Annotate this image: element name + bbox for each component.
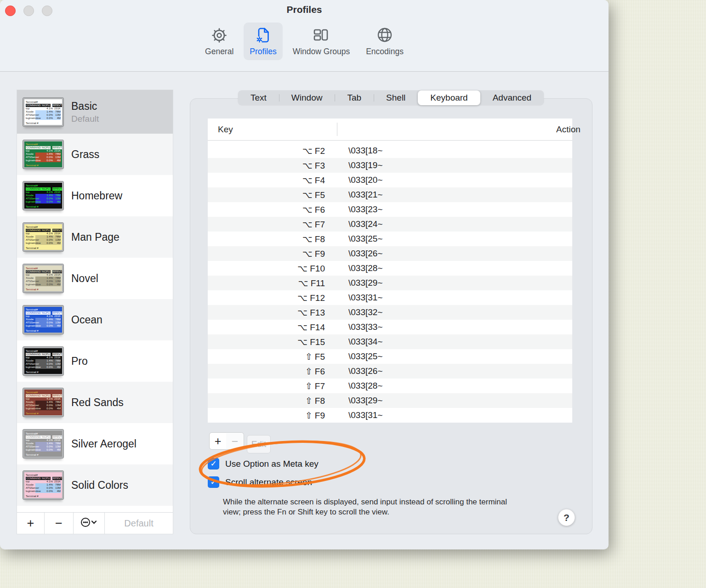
key-cell: ⌥ F9 (208, 249, 337, 259)
table-row[interactable]: ⌥ F14 \033[33~ (208, 320, 572, 334)
profile-name: Novel (71, 272, 98, 285)
table-row[interactable]: ⇧ F5 \033[25~ (208, 349, 572, 364)
table-row[interactable]: ⌥ F13 \033[32~ (208, 305, 572, 320)
ellipsis-circle-chevron-icon (80, 517, 98, 530)
profile-thumbnail: Terminal# COMMAND %CPU RPRVT top4.1%231K… (23, 223, 63, 251)
table-row[interactable]: ⌥ F5 \033[21~ (208, 187, 572, 202)
table-row[interactable]: ⇧ F7 \033[28~ (208, 379, 572, 393)
action-cell: \033[25~ (337, 351, 383, 362)
window-groups-icon (311, 26, 331, 46)
toolbar-item-window-groups[interactable]: Window Groups (287, 23, 356, 60)
profile-thumbnail: Terminal# COMMAND %CPU RPRVT top4.1%231K… (23, 140, 63, 169)
table-row[interactable]: ⌥ F7 \033[24~ (208, 217, 572, 232)
profile-row[interactable]: Terminal# COMMAND %CPU RPRVT top4.1%231K… (17, 216, 173, 258)
profile-row[interactable]: Terminal# COMMAND %CPU RPRVT top4.1%231K… (17, 299, 173, 340)
profile-row[interactable]: Terminal# COMMAND %CPU RPRVT top4.1%231K… (17, 382, 173, 423)
action-cell: \033[34~ (337, 337, 383, 347)
action-cell: \033[26~ (337, 249, 383, 259)
window-title: Profiles (0, 4, 609, 15)
checkbox-use-option-as-meta[interactable]: ✓ (208, 458, 219, 469)
profile-row[interactable]: Terminal# COMMAND %CPU RPRVT top4.1%231K… (17, 175, 173, 216)
tab-window[interactable]: Window (279, 90, 335, 105)
profile-thumbnail: Terminal# COMMAND %CPU RPRVT top4.1%231K… (23, 305, 63, 334)
edit-key-button[interactable]: Edit (247, 435, 271, 453)
toolbar-item-general[interactable]: General (199, 23, 239, 60)
table-row[interactable]: ⌥ F2 \033[18~ (208, 143, 572, 158)
key-cell: ⇧ F7 (208, 381, 337, 391)
profile-actions-menu-button[interactable] (74, 513, 105, 534)
tab-text[interactable]: Text (238, 90, 279, 105)
add-key-button[interactable]: + (209, 432, 227, 450)
checkbox-label: Use Option as Meta key (225, 459, 319, 469)
action-cell: \033[19~ (337, 160, 383, 170)
profile-document-icon (253, 26, 273, 46)
table-header: Key Action (208, 119, 572, 141)
profile-name: Basic (71, 100, 99, 113)
profile-thumbnail: Terminal# COMMAND %CPU RPRVT top4.1%231K… (23, 181, 63, 210)
toolbar-item-profiles[interactable]: Profiles (244, 23, 282, 60)
action-cell: \033[18~ (337, 146, 383, 156)
profile-default-badge: Default (71, 114, 99, 124)
help-button[interactable]: ? (558, 509, 575, 526)
profile-row[interactable]: Terminal# COMMAND %CPU RPRVT top4.1%231K… (17, 464, 173, 506)
key-cell: ⌥ F6 (208, 204, 337, 215)
profile-row[interactable]: Terminal# COMMAND %CPU RPRVT top4.1%231K… (17, 134, 173, 175)
key-cell: ⌥ F13 (208, 307, 337, 318)
tab-shell[interactable]: Shell (374, 90, 418, 105)
profile-thumbnail: Terminal# COMMAND %CPU RPRVT top4.1%231K… (23, 98, 63, 126)
remove-key-button[interactable]: − (226, 432, 244, 450)
profile-row[interactable]: Terminal# COMMAND %CPU RPRVT top4.1%231K… (17, 90, 173, 134)
action-cell: \033[21~ (337, 190, 383, 200)
table-row[interactable]: ⇧ F8 \033[29~ (208, 393, 572, 408)
tab-advanced[interactable]: Advanced (480, 90, 544, 105)
alternate-screen-help-text: While the alternate screen is displayed,… (223, 497, 517, 517)
tab-keyboard[interactable]: Keyboard (418, 90, 480, 105)
toolbar-item-label: Profiles (250, 47, 276, 57)
tab-tab[interactable]: Tab (335, 90, 374, 105)
checkbox-scroll-alternate-screen[interactable]: ✓ (208, 476, 219, 488)
table-row[interactable]: ⌥ F12 \033[31~ (208, 290, 572, 305)
key-cell: ⇧ F5 (208, 351, 337, 362)
table-row[interactable]: ⌥ F4 \033[20~ (208, 173, 572, 187)
table-row[interactable]: ⌥ F11 \033[29~ (208, 276, 572, 290)
key-cell: ⇧ F6 (208, 366, 337, 377)
table-row[interactable]: ⌥ F10 \033[28~ (208, 261, 572, 276)
table-row[interactable]: ⌥ F6 \033[23~ (208, 202, 572, 217)
use-option-meta-row: ✓ Use Option as Meta key (208, 458, 319, 469)
action-cell: \033[24~ (337, 219, 383, 229)
profile-thumbnail: Terminal# COMMAND %CPU RPRVT top4.1%231K… (23, 264, 63, 293)
profile-row[interactable]: Terminal# COMMAND %CPU RPRVT top4.1%231K… (17, 423, 173, 464)
key-cell: ⌥ F10 (208, 263, 337, 274)
profile-name: Red Sands (71, 396, 124, 409)
table-row[interactable]: ⌥ F8 \033[25~ (208, 232, 572, 246)
action-cell: \033[20~ (337, 175, 383, 185)
profile-row[interactable]: Terminal# COMMAND %CPU RPRVT top4.1%231K… (17, 340, 173, 382)
toolbar-item-encodings[interactable]: Encodings (360, 23, 410, 60)
table-row[interactable]: ⌥ F9 \033[26~ (208, 246, 572, 261)
default-button[interactable]: Default (105, 513, 173, 534)
gear-icon (209, 26, 229, 46)
column-header-action: Action (556, 124, 581, 135)
profile-thumbnail: Terminal# COMMAND %CPU RPRVT top4.1%231K… (23, 430, 63, 458)
action-cell: \033[33~ (337, 322, 383, 332)
profile-name: Solid Colors (71, 479, 128, 492)
column-divider (337, 123, 337, 136)
action-cell: \033[23~ (337, 204, 383, 215)
table-row[interactable]: ⇧ F9 \033[31~ (208, 408, 572, 423)
action-cell: \033[31~ (337, 293, 383, 303)
profile-name: Homebrew (71, 190, 122, 202)
profile-thumbnail: Terminal# COMMAND %CPU RPRVT top4.1%231K… (23, 347, 63, 375)
table-row[interactable]: ⇧ F6 \033[26~ (208, 364, 572, 379)
key-cell: ⌥ F2 (208, 146, 337, 156)
toolbar: General (0, 23, 609, 60)
toolbar-item-label: General (205, 47, 233, 57)
profile-name: Pro (71, 355, 88, 368)
profile-sidebar: Terminal# COMMAND %CPU RPRVT top4.1%231K… (17, 90, 173, 534)
table-row[interactable]: ⌥ F3 \033[19~ (208, 158, 572, 173)
remove-profile-button[interactable]: − (45, 513, 74, 534)
table-row[interactable]: ⌥ F15 \033[34~ (208, 334, 572, 349)
profile-row[interactable]: Terminal# COMMAND %CPU RPRVT top4.1%231K… (17, 258, 173, 299)
key-cell: ⌥ F4 (208, 175, 337, 186)
key-cell: ⌥ F5 (208, 190, 337, 200)
add-profile-button[interactable]: + (17, 513, 45, 534)
